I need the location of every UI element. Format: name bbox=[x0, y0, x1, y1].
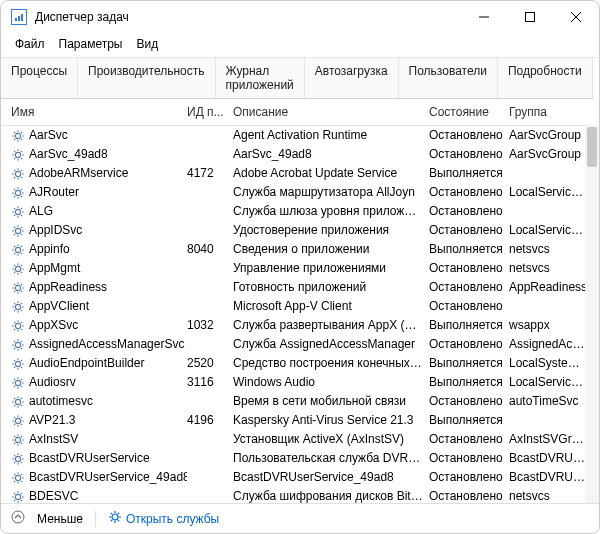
service-name: AppVClient bbox=[29, 298, 89, 315]
svg-line-221 bbox=[118, 520, 119, 521]
service-name: AppReadiness bbox=[29, 279, 107, 296]
svg-line-33 bbox=[14, 176, 15, 177]
table-row[interactable]: autotimesvcВремя в сети мобильной связиО… bbox=[1, 392, 599, 411]
svg-rect-0 bbox=[15, 18, 17, 21]
svg-line-76 bbox=[21, 271, 22, 272]
service-description: Microsoft App-V Client bbox=[233, 298, 429, 315]
scrollbar-thumb[interactable] bbox=[587, 127, 597, 167]
svg-line-57 bbox=[14, 227, 15, 228]
col-header-description[interactable]: Описание bbox=[233, 105, 429, 119]
window-title: Диспетчер задач bbox=[35, 10, 129, 24]
service-state: Остановлено bbox=[429, 336, 509, 353]
table-row[interactable]: Audiosrv3116Windows AudioВыполняетсяLoca… bbox=[1, 373, 599, 392]
service-name: AJRouter bbox=[29, 184, 79, 201]
minimize-button[interactable] bbox=[461, 1, 507, 33]
service-pid: 4172 bbox=[187, 165, 233, 182]
svg-line-150 bbox=[14, 423, 15, 424]
menu-file[interactable]: Файл bbox=[9, 35, 51, 53]
service-group: netsvcs bbox=[509, 488, 595, 503]
scrollbar[interactable] bbox=[585, 125, 599, 503]
service-gear-icon bbox=[11, 186, 25, 200]
chevron-up-icon[interactable] bbox=[11, 510, 25, 527]
service-group: AarSvcGroup bbox=[509, 146, 595, 163]
fewer-details-link[interactable]: Меньше bbox=[37, 512, 83, 526]
table-row[interactable]: BcastDVRUserServiceПользовательская служ… bbox=[1, 449, 599, 468]
svg-line-51 bbox=[14, 214, 15, 215]
table-row[interactable]: BcastDVRUserService_49ad8BcastDVRUserSer… bbox=[1, 468, 599, 487]
svg-line-222 bbox=[118, 513, 119, 514]
close-button[interactable] bbox=[553, 1, 599, 33]
service-description: Windows Audio bbox=[233, 374, 429, 391]
svg-line-59 bbox=[21, 227, 22, 228]
table-row[interactable]: AssignedAccessManagerSvcСлужба AssignedA… bbox=[1, 335, 599, 354]
svg-point-52 bbox=[15, 228, 20, 233]
table-row[interactable]: AVP21.34196Kaspersky Anti-Virus Service … bbox=[1, 411, 599, 430]
svg-line-138 bbox=[14, 398, 15, 399]
col-header-state[interactable]: Состояние bbox=[429, 105, 509, 119]
service-pid: 2520 bbox=[187, 355, 233, 372]
table-row[interactable]: AppVClientMicrosoft App-V ClientОстановл… bbox=[1, 297, 599, 316]
service-gear-icon bbox=[11, 224, 25, 238]
service-name: Audiosrv bbox=[29, 374, 76, 391]
tab-processes[interactable]: Процессы bbox=[1, 58, 78, 98]
table-row[interactable]: AppIDSvcУдостоверение приложенияОстановл… bbox=[1, 221, 599, 240]
col-header-group[interactable]: Группа bbox=[509, 105, 595, 119]
service-description: Средство построения конечных то... bbox=[233, 355, 429, 372]
table-row[interactable]: BDESVCСлужба шифрования дисков BitLo...О… bbox=[1, 487, 599, 503]
svg-line-120 bbox=[14, 360, 15, 361]
svg-line-69 bbox=[14, 252, 15, 253]
service-gear-icon bbox=[11, 281, 25, 295]
table-row[interactable]: AJRouterСлужба маршрутизатора AllJoynОст… bbox=[1, 183, 599, 202]
svg-line-176 bbox=[21, 474, 22, 475]
svg-line-75 bbox=[14, 265, 15, 266]
service-group: AarSvcGroup bbox=[509, 127, 595, 144]
table-row[interactable]: AarSvcAgent Activation RuntimeОстановлен… bbox=[1, 126, 599, 145]
table-row[interactable]: AudioEndpointBuilder2520Средство построе… bbox=[1, 354, 599, 373]
service-pid: 8040 bbox=[187, 241, 233, 258]
svg-point-70 bbox=[15, 266, 20, 271]
table-row[interactable]: AppReadinessГотовность приложенийОстанов… bbox=[1, 278, 599, 297]
service-name: AppMgmt bbox=[29, 260, 80, 277]
maximize-button[interactable] bbox=[507, 1, 553, 33]
svg-line-113 bbox=[21, 341, 22, 342]
service-state: Остановлено bbox=[429, 146, 509, 163]
service-description: Пользовательская служба DVR для... bbox=[233, 450, 429, 467]
open-services-link[interactable]: Открыть службы bbox=[108, 510, 219, 527]
svg-line-48 bbox=[14, 208, 15, 209]
service-name: AudioEndpointBuilder bbox=[29, 355, 144, 372]
service-state: Остановлено bbox=[429, 393, 509, 410]
table-row[interactable]: AdobeARMservice4172Adobe Acrobat Update … bbox=[1, 164, 599, 183]
table-row[interactable]: AppXSvc1032Служба развертывания AppX (Ap… bbox=[1, 316, 599, 335]
tab-startup[interactable]: Автозагрузка bbox=[305, 58, 399, 98]
service-name: AVP21.3 bbox=[29, 412, 75, 429]
col-header-pid[interactable]: ИД п... bbox=[187, 105, 233, 119]
svg-point-115 bbox=[15, 361, 20, 366]
svg-point-61 bbox=[15, 247, 20, 252]
menu-view[interactable]: Вид bbox=[130, 35, 164, 53]
svg-line-174 bbox=[14, 474, 15, 475]
svg-line-32 bbox=[21, 170, 22, 171]
table-row[interactable]: Appinfo8040Сведения о приложенииВыполняе… bbox=[1, 240, 599, 259]
svg-line-49 bbox=[21, 214, 22, 215]
tab-details[interactable]: Подробности bbox=[498, 58, 593, 98]
service-state: Выполняется bbox=[429, 165, 509, 182]
table-row[interactable]: AppMgmtУправление приложениямиОстановлен… bbox=[1, 259, 599, 278]
svg-line-140 bbox=[21, 398, 22, 399]
svg-line-158 bbox=[21, 436, 22, 437]
tab-performance[interactable]: Производительность bbox=[78, 58, 215, 98]
col-header-name[interactable]: Имя bbox=[11, 105, 187, 119]
service-pid: 1032 bbox=[187, 317, 233, 334]
service-group: AssignedAcce... bbox=[509, 336, 595, 353]
tab-services[interactable]: Службы bbox=[593, 58, 600, 99]
service-description: Время в сети мобильной связи bbox=[233, 393, 429, 410]
table-row[interactable]: AxInstSVУстановщик ActiveX (AxInstSV)Ост… bbox=[1, 430, 599, 449]
menu-options[interactable]: Параметры bbox=[53, 35, 129, 53]
table-body[interactable]: AarSvcAgent Activation RuntimeОстановлен… bbox=[1, 126, 599, 503]
tab-app-history[interactable]: Журнал приложений bbox=[216, 58, 305, 98]
table-row[interactable]: ALGСлужба шлюза уровня приложенияОстанов… bbox=[1, 202, 599, 221]
tab-users[interactable]: Пользователи bbox=[399, 58, 498, 98]
service-name: BcastDVRUserService bbox=[29, 450, 150, 467]
service-gear-icon bbox=[11, 167, 25, 181]
svg-line-165 bbox=[14, 455, 15, 456]
table-row[interactable]: AarSvc_49ad8AarSvc_49ad8ОстановленоAarSv… bbox=[1, 145, 599, 164]
